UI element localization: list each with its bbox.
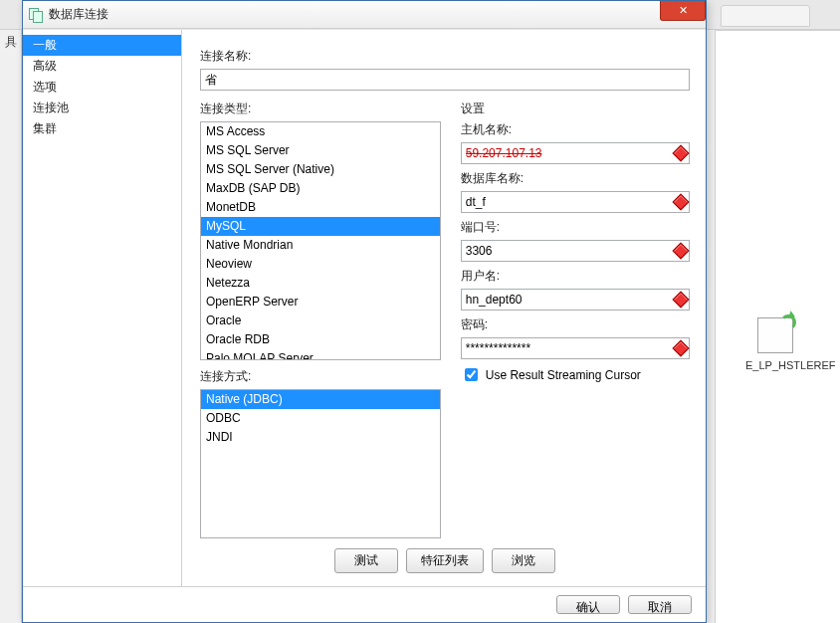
streaming-cursor-checkbox-row[interactable]: Use Result Streaming Cursor [461, 365, 690, 384]
username-label: 用户名: [461, 268, 690, 285]
conn-type-option[interactable]: Native Mondrian [201, 236, 440, 255]
conn-type-option[interactable]: MS Access [201, 122, 440, 141]
features-button[interactable]: 特征列表 [406, 548, 484, 573]
connection-name-input[interactable] [200, 69, 690, 91]
streaming-cursor-checkbox[interactable] [465, 368, 478, 381]
nav-item-连接池[interactable]: 连接池 [23, 98, 181, 118]
streaming-cursor-label: Use Result Streaming Cursor [486, 368, 641, 382]
ok-button[interactable]: 确认 [556, 595, 620, 614]
host-label: 主机名称: [461, 121, 690, 138]
port-input[interactable] [461, 240, 690, 262]
conn-mode-option[interactable]: ODBC [201, 409, 440, 428]
conn-type-option[interactable]: Netezza [201, 274, 440, 293]
port-label: 端口号: [461, 219, 690, 236]
conn-mode-option[interactable]: Native (JDBC) [201, 390, 440, 409]
nav-item-一般[interactable]: 一般 [23, 35, 181, 56]
dialog-titlebar: 数据库连接 [23, 1, 706, 29]
host-input[interactable] [461, 142, 690, 164]
connection-type-listbox[interactable]: MS AccessMS SQL ServerMS SQL Server (Nat… [200, 121, 441, 360]
background-tab [721, 5, 810, 27]
category-nav: 一般高级选项连接池集群 [23, 30, 182, 586]
nav-item-选项[interactable]: 选项 [23, 77, 181, 98]
connection-name-label: 连接名称: [200, 48, 690, 65]
conn-type-option[interactable]: MaxDB (SAP DB) [201, 179, 440, 198]
connection-type-label: 连接类型: [200, 101, 441, 117]
app-icon [29, 8, 43, 22]
left-edge-strip: 具 [0, 30, 22, 623]
transformation-file-icon [757, 317, 793, 353]
conn-type-option[interactable]: Palo MOLAP Server [201, 349, 440, 360]
dialog-title: 数据库连接 [49, 6, 108, 23]
nav-item-集群[interactable]: 集群 [23, 118, 181, 139]
database-connection-dialog: 数据库连接 一般高级选项连接池集群 连接名称: 连接类型: MS AccessM… [22, 0, 707, 623]
transformation-file-label: E_LP_HSTLEREF [745, 359, 835, 371]
browse-button[interactable]: 浏览 [492, 548, 555, 573]
connection-mode-listbox[interactable]: Native (JDBC)ODBCJNDI [200, 389, 441, 538]
conn-type-option[interactable]: MS SQL Server [201, 141, 440, 160]
test-button[interactable]: 测试 [334, 548, 398, 573]
conn-mode-option[interactable]: JNDI [201, 428, 440, 447]
username-input[interactable] [461, 289, 690, 311]
conn-type-option[interactable]: MonetDB [201, 198, 440, 217]
cancel-button[interactable]: 取消 [628, 595, 692, 614]
password-input[interactable] [461, 337, 690, 359]
conn-type-option[interactable]: MySQL [201, 217, 440, 236]
conn-type-option[interactable]: Oracle [201, 312, 440, 330]
settings-title: 设置 [461, 101, 690, 117]
password-label: 密码: [461, 316, 690, 333]
dialog-bottom-bar: 确认 取消 [23, 586, 706, 622]
conn-type-option[interactable]: MS SQL Server (Native) [201, 160, 440, 179]
connection-mode-label: 连接方式: [200, 368, 441, 385]
close-button[interactable] [660, 1, 706, 21]
background-panel-right: E_LP_HSTLEREF [715, 30, 840, 623]
conn-type-option[interactable]: Neoview [201, 255, 440, 274]
db-name-label: 数据库名称: [461, 170, 690, 187]
conn-type-option[interactable]: Oracle RDB [201, 330, 440, 349]
db-name-input[interactable] [461, 191, 690, 213]
form-area: 连接名称: 连接类型: MS AccessMS SQL ServerMS SQL… [182, 30, 706, 586]
conn-type-option[interactable]: OpenERP Server [201, 293, 440, 312]
nav-item-高级[interactable]: 高级 [23, 56, 181, 77]
